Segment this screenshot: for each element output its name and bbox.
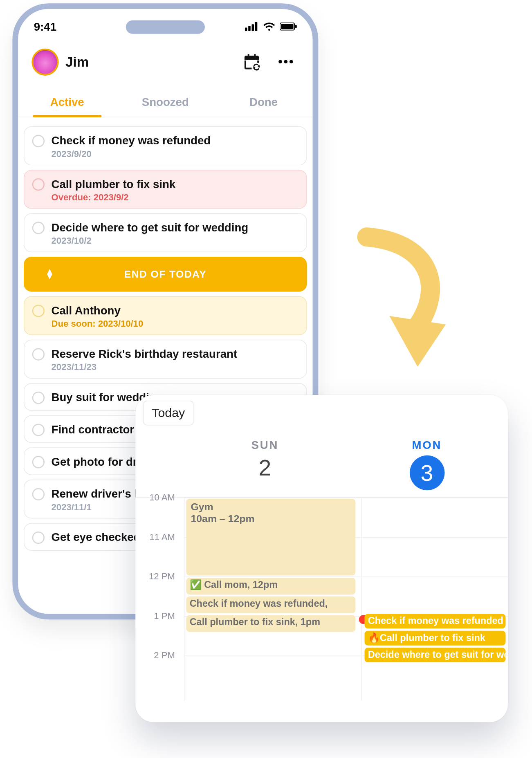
- hour-label: 1 PM: [135, 611, 180, 621]
- calendar-event[interactable]: 🔥Call plumber to fix sink: [364, 631, 505, 646]
- end-of-today-divider[interactable]: ▲▼ END OF TODAY: [24, 257, 307, 292]
- arrow-icon: [333, 226, 457, 372]
- calendar-event[interactable]: Check if money was refunded,: [186, 597, 355, 613]
- task-date: Overdue: 2023/9/2: [52, 193, 176, 203]
- day-column-mon[interactable]: MON 3: [346, 439, 508, 491]
- calendar-event[interactable]: Gym 10am – 12pm: [186, 499, 355, 576]
- checkbox-circle[interactable]: [32, 305, 45, 317]
- task-title: Decide where to get suit for wedding: [52, 221, 249, 235]
- tab-active[interactable]: Active: [18, 89, 116, 117]
- hour-label: 11 AM: [135, 532, 180, 542]
- task-date: 2023/11/23: [52, 362, 238, 372]
- task-date: Due soon: 2023/10/10: [52, 319, 144, 329]
- task-title: Call plumber to fix sink: [52, 177, 176, 191]
- hour-label: 12 PM: [135, 572, 180, 582]
- checkbox-circle[interactable]: [32, 348, 45, 360]
- calendar-card: Today SUN 2 MON 3 10 AM 11 AM 12 PM: [135, 395, 508, 722]
- calendar-event[interactable]: Check if money was refunded: [364, 614, 505, 628]
- checkbox-circle[interactable]: [32, 222, 45, 234]
- checkbox-circle[interactable]: [32, 392, 45, 404]
- task-title: Check if money was refunded: [52, 134, 211, 148]
- svg-rect-6: [295, 25, 297, 28]
- today-button[interactable]: Today: [144, 401, 193, 426]
- avatar[interactable]: [31, 49, 58, 76]
- username: Jim: [65, 54, 89, 70]
- svg-rect-0: [245, 28, 247, 31]
- app-header: Jim •••: [18, 36, 312, 81]
- svg-rect-2: [251, 24, 254, 31]
- more-icon[interactable]: •••: [274, 52, 299, 72]
- divider-label: END OF TODAY: [124, 268, 207, 280]
- calendar-grid[interactable]: 10 AM 11 AM 12 PM 1 PM 2 PM Gym 10am – 1…: [135, 498, 508, 701]
- task-date: 2023/9/20: [52, 149, 211, 159]
- task-item[interactable]: Reserve Rick's birthday restaurant 2023/…: [24, 340, 307, 379]
- tabs: Active Snoozed Done: [18, 89, 312, 117]
- event-time: 10am – 12pm: [191, 513, 351, 525]
- task-item[interactable]: Check if money was refunded 2023/9/20: [24, 126, 307, 165]
- task-title: Call Anthony: [52, 303, 144, 318]
- checkbox-circle[interactable]: [32, 488, 45, 500]
- svg-rect-1: [248, 26, 251, 31]
- battery-icon: [280, 22, 296, 30]
- checkbox-circle[interactable]: [32, 531, 45, 544]
- checkbox-circle[interactable]: [32, 424, 45, 436]
- day-of-week: MON: [346, 439, 508, 452]
- checkbox-circle[interactable]: [32, 135, 45, 147]
- task-item[interactable]: Call plumber to fix sink Overdue: 2023/9…: [24, 170, 307, 209]
- svg-rect-5: [281, 24, 293, 29]
- day-number: 2: [184, 455, 346, 481]
- sort-caret-icon: ▲▼: [45, 269, 54, 279]
- calendar-event[interactable]: ✅ Call mom, 12pm: [186, 578, 355, 594]
- hour-label: 10 AM: [135, 493, 180, 503]
- day-of-week: SUN: [184, 439, 346, 452]
- hour-label: 2 PM: [135, 650, 180, 661]
- task-item[interactable]: Call Anthony Due soon: 2023/10/10: [24, 296, 307, 335]
- day-number: 3: [409, 455, 444, 491]
- tab-done[interactable]: Done: [214, 89, 312, 117]
- calendar-sync-icon[interactable]: [242, 52, 261, 72]
- status-icons: [245, 22, 297, 31]
- calendar-day-header: SUN 2 MON 3: [135, 439, 508, 498]
- task-date: 2023/10/2: [52, 236, 249, 246]
- notch: [126, 20, 205, 34]
- signal-icon: [245, 22, 258, 31]
- task-title: Reserve Rick's birthday restaurant: [52, 347, 238, 361]
- tab-snoozed[interactable]: Snoozed: [116, 89, 214, 117]
- event-title: Gym: [191, 501, 351, 513]
- task-title: Get eye checked: [52, 530, 141, 545]
- task-item[interactable]: Decide where to get suit for wedding 202…: [24, 213, 307, 252]
- clock: 9:41: [34, 20, 56, 33]
- svg-rect-3: [255, 22, 258, 31]
- calendar-event[interactable]: Decide where to get suit for wedding: [364, 648, 505, 662]
- checkbox-circle[interactable]: [32, 456, 45, 468]
- day-column-sun[interactable]: SUN 2: [184, 439, 346, 491]
- wifi-icon: [263, 22, 275, 31]
- checkbox-circle[interactable]: [32, 178, 45, 191]
- calendar-event[interactable]: Call plumber to fix sink, 1pm: [186, 615, 355, 632]
